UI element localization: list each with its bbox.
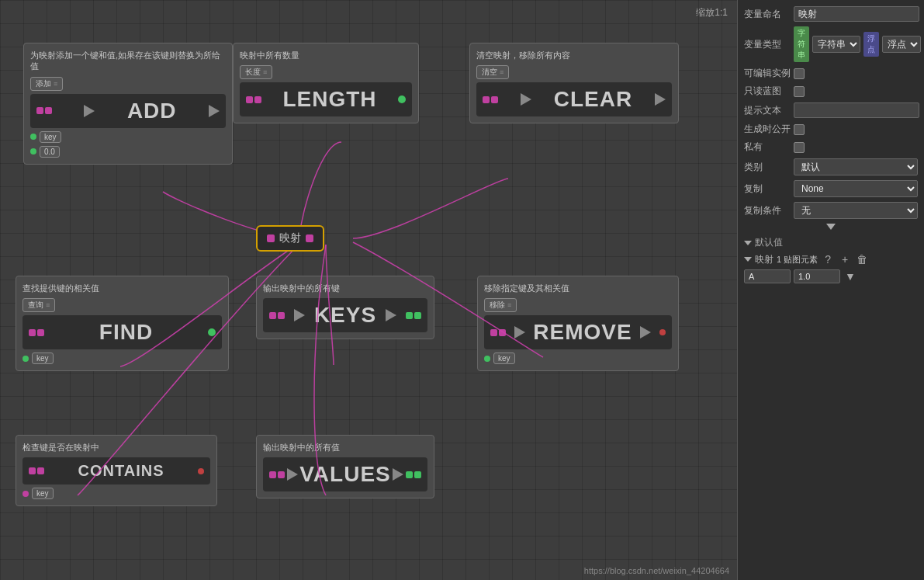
clear-title: 清空映射，移除所有内容	[476, 50, 672, 61]
find-port-key	[22, 356, 29, 362]
replicate-cond-select[interactable]: 无	[794, 202, 918, 219]
contains-node-inner: CONTAINS	[22, 457, 210, 484]
val-expand-btn[interactable]: ▼	[843, 269, 857, 283]
add-node-inner: ADD	[30, 94, 226, 128]
category-row: 类别 默认	[744, 158, 918, 175]
default-values-header: 默认值	[744, 236, 918, 249]
map-port-left	[267, 234, 275, 242]
category-select[interactable]: 默认	[794, 158, 918, 175]
clear-node-card: 清空映射，移除所有内容 清空 ≡ CLEAR	[469, 43, 679, 123]
var-name-row: 变量命名	[744, 6, 918, 22]
clear-sublabel: 清空 ≡	[476, 65, 509, 79]
contains-title: 检查键是否在映射中	[22, 442, 210, 453]
replicate-select[interactable]: None	[794, 180, 918, 197]
var-type-select-str[interactable]: 字符串	[812, 36, 860, 53]
keys-exec-in[interactable]	[294, 309, 305, 321]
length-sublabel: 长度 ≡	[240, 65, 272, 79]
public-checkbox[interactable]	[794, 124, 805, 135]
contains-port-out	[198, 468, 204, 474]
default-kv-row: ▼	[744, 269, 918, 283]
var-type-label: 变量类型	[744, 38, 791, 51]
hint-input[interactable]	[794, 102, 919, 118]
editable-checkbox[interactable]	[794, 68, 805, 79]
add-port-green	[30, 134, 36, 140]
var-type-row: 变量类型 字符串 字符串 浮点 浮点	[744, 26, 918, 62]
add-exec-in[interactable]	[84, 105, 95, 117]
clear-exec-in[interactable]	[521, 93, 531, 106]
length-node-inner: LENGTH	[240, 82, 412, 116]
help-icon-btn[interactable]: ?	[821, 252, 835, 266]
contains-node-card: 检查键是否在映射中 CONTAINS key	[16, 435, 217, 506]
add-exec-out[interactable]	[209, 105, 220, 117]
zoom-label: 缩放1:1	[696, 6, 728, 19]
chevron-down-icon	[826, 224, 836, 230]
remove-label: REMOVE	[533, 320, 632, 345]
readonly-label: 只读蓝图	[744, 85, 791, 98]
add-title: 为映射添加一个键和值,如果存在该键则替换为所给值	[30, 50, 226, 72]
section-triangle-icon	[744, 241, 752, 245]
contains-port-key	[22, 491, 29, 497]
remove-port-key	[484, 356, 490, 362]
var-name-label: 变量命名	[744, 8, 791, 21]
canvas-area[interactable]: 缩放1:1 为映射添加一个键和值,如果存在该键则替换为所给值 添加 ≡	[0, 0, 737, 580]
map-section-icon	[744, 257, 752, 262]
hint-row: 提示文本	[744, 102, 918, 118]
category-label: 类别	[744, 161, 791, 174]
var-type-select-float[interactable]: 浮点	[882, 36, 921, 53]
public-label: 生成时公开	[744, 123, 791, 136]
values-exec-out[interactable]	[393, 468, 403, 481]
values-node-inner: VALUES	[263, 457, 427, 491]
remove-sublabel: 移除 ≡	[484, 298, 517, 312]
remove-node-inner: REMOVE	[484, 315, 672, 349]
length-label: LENGTH	[282, 87, 376, 112]
find-key-tag: key	[32, 353, 54, 364]
values-node-card: 输出映射中的所有值 VALUES	[256, 435, 434, 498]
type-badge-float[interactable]: 浮点	[863, 32, 879, 57]
clear-exec-out[interactable]	[655, 93, 666, 106]
replicate-row: 复制 None	[744, 180, 918, 197]
private-row: 私有	[744, 141, 918, 154]
default-val-input[interactable]	[794, 269, 840, 283]
length-node-card: 映射中所有数量 长度 ≡ LENGTH	[233, 43, 419, 123]
contains-key-tag: key	[32, 488, 54, 499]
find-label: FIND	[99, 320, 153, 345]
keys-label: KEYS	[314, 303, 376, 328]
add-sublabel: 添加 ≡	[30, 77, 63, 91]
readonly-checkbox[interactable]	[794, 86, 805, 97]
type-badge-str[interactable]: 字符串	[794, 26, 809, 62]
remove-title: 移除指定键及其相关值	[484, 283, 672, 293]
map-center-node[interactable]: 映射	[256, 225, 324, 252]
add-entry-btn[interactable]: +	[838, 252, 852, 266]
replicate-cond-row: 复制条件 无	[744, 202, 918, 219]
find-port-out	[208, 328, 216, 336]
find-node-inner: FIND	[22, 315, 222, 349]
length-title: 映射中所有数量	[240, 50, 412, 61]
hint-label: 提示文本	[744, 104, 791, 117]
find-node-card: 查找提供键的相关值 查询 ≡ FIND key	[16, 276, 229, 371]
default-key-input[interactable]	[744, 269, 791, 283]
map-port-right	[306, 234, 313, 242]
add-node-card: 为映射添加一个键和值,如果存在该键则替换为所给值 添加 ≡ ADD key 0.…	[23, 43, 233, 165]
map-default-label: 映射	[755, 253, 773, 266]
remove-exec-in[interactable]	[514, 326, 525, 339]
var-name-input[interactable]	[794, 6, 919, 22]
remove-exec-out[interactable]	[640, 326, 651, 339]
keys-exec-out[interactable]	[386, 309, 396, 321]
remove-key-tag: key	[493, 353, 515, 364]
private-label: 私有	[744, 141, 791, 154]
keys-node-card: 输出映射中的所有键 KEYS	[256, 276, 434, 339]
keys-node-inner: KEYS	[263, 298, 427, 332]
values-exec-in[interactable]	[287, 468, 298, 481]
add-port-val	[30, 148, 36, 155]
url-bar: https://blog.csdn.net/weixin_44204664	[584, 566, 729, 575]
values-label: VALUES	[299, 462, 391, 487]
length-port-out	[398, 96, 406, 103]
find-sublabel: 查询 ≡	[22, 298, 55, 312]
clear-label: CLEAR	[554, 87, 632, 112]
replicate-label: 复制	[744, 182, 791, 196]
add-port-valnum: 0.0	[40, 146, 60, 158]
delete-entry-btn[interactable]: 🗑	[855, 252, 869, 266]
find-title: 查找提供键的相关值	[22, 283, 222, 293]
private-checkbox[interactable]	[794, 142, 805, 153]
map-default-count: 1 贴图元素	[777, 254, 818, 266]
